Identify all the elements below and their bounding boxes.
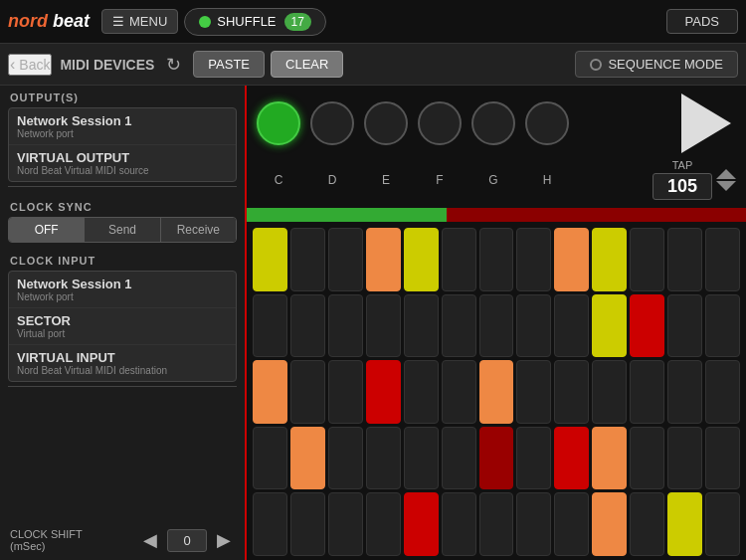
grid-pad[interactable] bbox=[705, 492, 740, 556]
grid-pad[interactable] bbox=[290, 228, 325, 291]
pad-circle-2[interactable] bbox=[310, 101, 354, 145]
play-button[interactable] bbox=[676, 93, 736, 153]
pad-grid bbox=[247, 224, 746, 560]
grid-pad[interactable] bbox=[328, 492, 363, 556]
grid-pad[interactable] bbox=[667, 492, 702, 556]
clock-input-item[interactable]: Network Session 1 Network port bbox=[9, 272, 236, 308]
grid-pad[interactable] bbox=[442, 492, 476, 556]
grid-pad[interactable] bbox=[705, 427, 740, 490]
grid-pad[interactable] bbox=[630, 427, 664, 490]
grid-pad[interactable] bbox=[554, 360, 589, 424]
shuffle-label: SHUFFLE bbox=[217, 14, 276, 29]
clock-shift-decrease-button[interactable]: ◀ bbox=[139, 529, 161, 551]
divider bbox=[8, 186, 237, 187]
grid-pad[interactable] bbox=[290, 294, 325, 358]
clock-input-item[interactable]: SECTOR Virtual port bbox=[9, 308, 236, 345]
grid-pad[interactable] bbox=[479, 294, 514, 358]
right-panel: C D E F G H TAP 105 bbox=[247, 86, 746, 560]
tap-down-button[interactable] bbox=[716, 181, 736, 191]
seq-mode-button[interactable]: SEQUENCE MODE bbox=[575, 51, 738, 78]
grid-pad[interactable] bbox=[479, 228, 514, 291]
grid-pad[interactable] bbox=[630, 492, 664, 556]
grid-pad[interactable] bbox=[630, 228, 664, 291]
grid-pad[interactable] bbox=[479, 492, 514, 556]
grid-pad[interactable] bbox=[253, 360, 287, 424]
grid-pad[interactable] bbox=[290, 492, 325, 556]
grid-pad[interactable] bbox=[554, 427, 589, 490]
grid-pad[interactable] bbox=[366, 294, 401, 358]
grid-pad[interactable] bbox=[705, 228, 740, 291]
play-icon bbox=[681, 93, 731, 153]
grid-pad[interactable] bbox=[366, 360, 401, 424]
grid-pad[interactable] bbox=[290, 360, 325, 424]
grid-pad[interactable] bbox=[328, 427, 363, 490]
pad-circle-1[interactable] bbox=[257, 101, 300, 145]
pad-circle-4[interactable] bbox=[418, 101, 462, 145]
grid-pad[interactable] bbox=[253, 492, 287, 556]
grid-pad[interactable] bbox=[630, 360, 664, 424]
grid-pad[interactable] bbox=[404, 294, 439, 358]
clock-input-item[interactable]: VIRTUAL INPUT Nord Beat Virtual MIDI des… bbox=[9, 345, 236, 381]
grid-pad[interactable] bbox=[705, 294, 740, 358]
grid-pad[interactable] bbox=[404, 228, 439, 291]
clock-sync-send-button[interactable]: Send bbox=[85, 218, 160, 242]
pad-circle-6[interactable] bbox=[525, 101, 569, 145]
tap-up-button[interactable] bbox=[716, 169, 736, 179]
grid-pad[interactable] bbox=[516, 228, 551, 291]
output-item[interactable]: Network Session 1 Network port bbox=[9, 108, 236, 145]
grid-pad[interactable] bbox=[630, 294, 664, 358]
grid-pad[interactable] bbox=[253, 294, 287, 358]
grid-pad[interactable] bbox=[328, 294, 363, 358]
grid-pad[interactable] bbox=[442, 427, 476, 490]
grid-pad[interactable] bbox=[592, 427, 627, 490]
grid-pad[interactable] bbox=[404, 427, 439, 490]
grid-pad[interactable] bbox=[516, 427, 551, 490]
grid-pad[interactable] bbox=[592, 228, 627, 291]
output-item[interactable]: VIRTUAL OUTPUT Nord Beat Virtual MIDI so… bbox=[9, 145, 236, 181]
back-button[interactable]: ‹ Back bbox=[8, 54, 52, 76]
grid-pad[interactable] bbox=[667, 294, 702, 358]
grid-pad[interactable] bbox=[442, 360, 476, 424]
grid-pad[interactable] bbox=[253, 427, 287, 490]
grid-pad[interactable] bbox=[328, 228, 363, 291]
pad-circle-3[interactable] bbox=[364, 101, 408, 145]
shuffle-button[interactable]: SHUFFLE 17 bbox=[184, 8, 326, 36]
menu-button[interactable]: ☰ MENU bbox=[101, 9, 178, 34]
grid-pad[interactable] bbox=[667, 228, 702, 291]
grid-pad[interactable] bbox=[592, 492, 627, 556]
grid-pad[interactable] bbox=[667, 360, 702, 424]
menu-label: MENU bbox=[129, 14, 167, 29]
grid-pad[interactable] bbox=[705, 360, 740, 424]
progress-bar bbox=[247, 208, 746, 222]
grid-pad[interactable] bbox=[253, 228, 287, 291]
grid-pad[interactable] bbox=[554, 294, 589, 358]
grid-pad[interactable] bbox=[404, 492, 439, 556]
grid-pad[interactable] bbox=[516, 492, 551, 556]
grid-pad[interactable] bbox=[592, 294, 627, 358]
clock-input-list: Network Session 1 Network port SECTOR Vi… bbox=[8, 271, 237, 382]
grid-pad[interactable] bbox=[442, 294, 476, 358]
pads-button[interactable]: PADS bbox=[666, 9, 738, 34]
grid-pad[interactable] bbox=[516, 360, 551, 424]
clock-sync-receive-button[interactable]: Receive bbox=[161, 218, 236, 242]
refresh-button[interactable]: ↻ bbox=[160, 52, 187, 78]
grid-pad[interactable] bbox=[479, 360, 514, 424]
clear-button[interactable]: CLEAR bbox=[271, 51, 343, 78]
grid-pad[interactable] bbox=[366, 492, 401, 556]
grid-pad[interactable] bbox=[554, 228, 589, 291]
grid-pad[interactable] bbox=[290, 427, 325, 490]
grid-pad[interactable] bbox=[554, 492, 589, 556]
grid-pad[interactable] bbox=[366, 427, 401, 490]
grid-pad[interactable] bbox=[592, 360, 627, 424]
grid-pad[interactable] bbox=[479, 427, 514, 490]
grid-pad[interactable] bbox=[442, 228, 476, 291]
grid-pad[interactable] bbox=[516, 294, 551, 358]
grid-pad[interactable] bbox=[404, 360, 439, 424]
clock-shift-increase-button[interactable]: ▶ bbox=[213, 529, 235, 551]
clock-sync-off-button[interactable]: OFF bbox=[9, 218, 85, 242]
pad-circle-5[interactable] bbox=[471, 101, 515, 145]
grid-pad[interactable] bbox=[366, 228, 401, 291]
grid-pad[interactable] bbox=[667, 427, 702, 490]
paste-button[interactable]: PASTE bbox=[193, 51, 265, 78]
grid-pad[interactable] bbox=[328, 360, 363, 424]
